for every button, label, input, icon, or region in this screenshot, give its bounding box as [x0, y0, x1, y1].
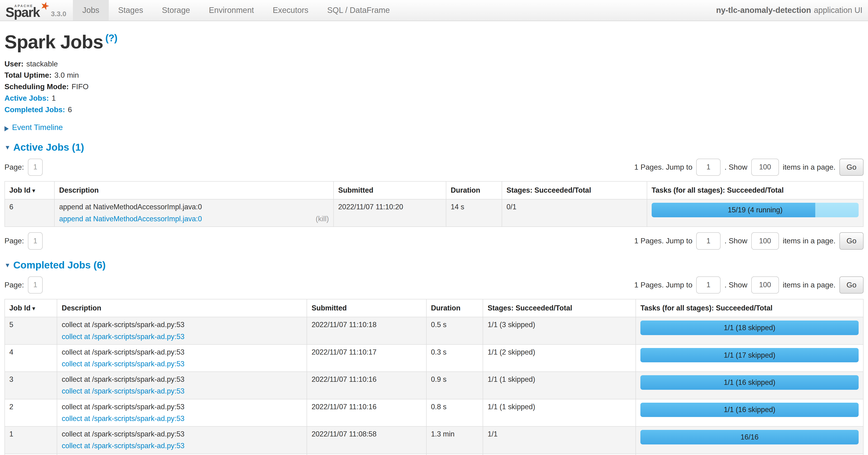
job-description-link[interactable]: collect at /spark-scripts/spark-ad.py:53: [62, 360, 184, 368]
job-description-link[interactable]: collect at /spark-scripts/spark-ad.py:53: [62, 442, 184, 450]
tab-environment[interactable]: Environment: [199, 0, 263, 21]
header-submitted[interactable]: Submitted: [334, 181, 446, 199]
tasks-cell: 1/1 (16 skipped): [636, 399, 863, 426]
show-text: . Show: [724, 281, 747, 289]
caret-down-icon: ▼: [4, 262, 10, 269]
header-description[interactable]: Description: [54, 181, 334, 199]
help-link[interactable]: (?): [105, 32, 117, 44]
header-duration[interactable]: Duration: [426, 299, 483, 317]
sort-desc-icon: ▾: [32, 305, 35, 312]
table-row: 0 parquet at NativeMethodAccessorImpl.ja…: [5, 454, 863, 455]
page-input[interactable]: [28, 232, 43, 250]
tab-jobs[interactable]: Jobs: [73, 0, 109, 21]
spark-star-icon: ★: [39, 0, 52, 13]
completed-jobs-link[interactable]: Completed Jobs:: [4, 105, 65, 114]
header-stages[interactable]: Stages: Succeeded/Total: [502, 181, 647, 199]
job-id-cell: 1: [5, 426, 57, 454]
info-active-value: 1: [52, 94, 56, 102]
tasks-cell: 1/1: [636, 454, 863, 455]
completed-jobs-header[interactable]: ▼Completed Jobs (6): [4, 259, 864, 271]
header-tasks[interactable]: Tasks (for all stages): Succeeded/Total: [636, 299, 863, 317]
tasks-progress-bar: 1/1 (16 skipped): [641, 403, 859, 417]
event-timeline-toggle[interactable]: ▶Event Timeline: [4, 123, 864, 132]
summary-info: User:stackable Total Uptime:3.0 min Sche…: [4, 60, 864, 114]
description-cell: collect at /spark-scripts/spark-ad.py:53…: [57, 317, 307, 344]
tasks-cell: 16/16: [636, 426, 863, 454]
header-stages[interactable]: Stages: Succeeded/Total: [483, 299, 636, 317]
job-description: collect at /spark-scripts/spark-ad.py:53: [62, 320, 302, 329]
job-id-cell: 2: [5, 399, 57, 426]
submitted-cell: 2022/11/07 11:08:15: [307, 454, 426, 455]
pages-text: 1 Pages. Jump to: [634, 163, 692, 172]
job-description: collect at /spark-scripts/spark-ad.py:53: [62, 348, 302, 357]
active-jobs-table: Job Id▾ Description Submitted Duration S…: [4, 181, 864, 227]
active-jobs-link[interactable]: Active Jobs:: [4, 94, 49, 102]
kill-link[interactable]: (kill): [316, 215, 329, 223]
job-description-link[interactable]: collect at /spark-scripts/spark-ad.py:53: [62, 333, 184, 341]
duration-cell: 39 s: [426, 454, 483, 455]
show-text: . Show: [724, 163, 747, 172]
items-text: items in a page.: [783, 236, 835, 245]
tasks-progress-bar: 16/16: [641, 430, 859, 444]
job-description-link[interactable]: append at NativeMethodAccessorImpl.java:…: [59, 215, 202, 223]
description-cell: collect at /spark-scripts/spark-ad.py:53…: [57, 426, 307, 454]
table-row: 6 append at NativeMethodAccessorImpl.jav…: [5, 199, 863, 226]
submitted-cell: 2022/11/07 11:08:58: [307, 426, 426, 454]
tab-sql-dataframe[interactable]: SQL / DataFrame: [318, 0, 399, 21]
progress-label: 1/1 (18 skipped): [641, 320, 859, 335]
table-header-row: Job Id▾ Description Submitted Duration S…: [5, 181, 863, 199]
show-text: . Show: [724, 236, 747, 245]
page-label: Page:: [4, 281, 24, 289]
active-jobs-header[interactable]: ▼Active Jobs (1): [4, 142, 864, 153]
submitted-cell: 2022/11/07 11:10:16: [307, 399, 426, 426]
info-uptime: Total Uptime:3.0 min: [4, 71, 864, 80]
header-tasks[interactable]: Tasks (for all stages): Succeeded/Total: [647, 181, 863, 199]
info-user: User:stackable: [4, 60, 864, 68]
job-description: collect at /spark-scripts/spark-ad.py:53: [62, 403, 302, 411]
table-row: 1 collect at /spark-scripts/spark-ad.py:…: [5, 426, 863, 454]
job-id-cell: 5: [5, 317, 57, 344]
tab-stages[interactable]: Stages: [109, 0, 153, 21]
go-button[interactable]: Go: [839, 159, 864, 176]
page-content: Spark Jobs(?) User:stackable Total Uptim…: [0, 31, 868, 455]
show-items-input[interactable]: [751, 277, 779, 293]
table-row: 3 collect at /spark-scripts/spark-ad.py:…: [5, 372, 863, 399]
job-description-link[interactable]: collect at /spark-scripts/spark-ad.py:53: [62, 387, 184, 395]
page-label: Page:: [4, 163, 24, 172]
go-button[interactable]: Go: [839, 277, 864, 293]
stages-cell: 0/1: [502, 199, 647, 226]
items-text: items in a page.: [783, 281, 835, 289]
header-job-id[interactable]: Job Id▾: [5, 181, 54, 199]
duration-cell: 14 s: [446, 199, 502, 226]
header-duration[interactable]: Duration: [446, 181, 502, 199]
pages-text: 1 Pages. Jump to: [634, 236, 692, 245]
stages-cell: 1/1 (1 skipped): [483, 372, 636, 399]
table-header-row: Job Id▾ Description Submitted Duration S…: [5, 299, 863, 317]
show-items-input[interactable]: [751, 232, 779, 250]
jump-to-input[interactable]: [696, 232, 720, 250]
show-items-input[interactable]: [751, 159, 779, 176]
spark-logo[interactable]: APACHE Spark ★ 3.3.0: [0, 0, 73, 21]
items-text: items in a page.: [783, 163, 835, 172]
tasks-progress-bar: 1/1 (16 skipped): [641, 375, 859, 390]
go-button[interactable]: Go: [839, 232, 864, 250]
header-job-id[interactable]: Job Id▾: [5, 299, 57, 317]
info-completed-value: 6: [68, 105, 72, 114]
jump-to-input[interactable]: [696, 159, 720, 176]
page-input[interactable]: [28, 159, 43, 176]
tab-storage[interactable]: Storage: [153, 0, 199, 21]
jump-to-input[interactable]: [696, 277, 720, 293]
stages-cell: 1/1: [483, 454, 636, 455]
stages-cell: 1/1: [483, 426, 636, 454]
job-description-link[interactable]: collect at /spark-scripts/spark-ad.py:53: [62, 415, 184, 423]
info-uptime-label: Total Uptime:: [4, 71, 52, 79]
tasks-cell: 15/19 (4 running): [647, 199, 863, 226]
header-submitted[interactable]: Submitted: [307, 299, 426, 317]
navbar: APACHE Spark ★ 3.3.0 Jobs Stages Storage…: [0, 0, 868, 21]
header-description[interactable]: Description: [57, 299, 307, 317]
page-title: Spark Jobs(?): [4, 31, 864, 53]
info-scheduling-label: Scheduling Mode:: [4, 82, 69, 91]
active-jobs-title: Active Jobs (1): [13, 142, 84, 153]
page-input[interactable]: [28, 277, 43, 293]
tab-executors[interactable]: Executors: [263, 0, 318, 21]
